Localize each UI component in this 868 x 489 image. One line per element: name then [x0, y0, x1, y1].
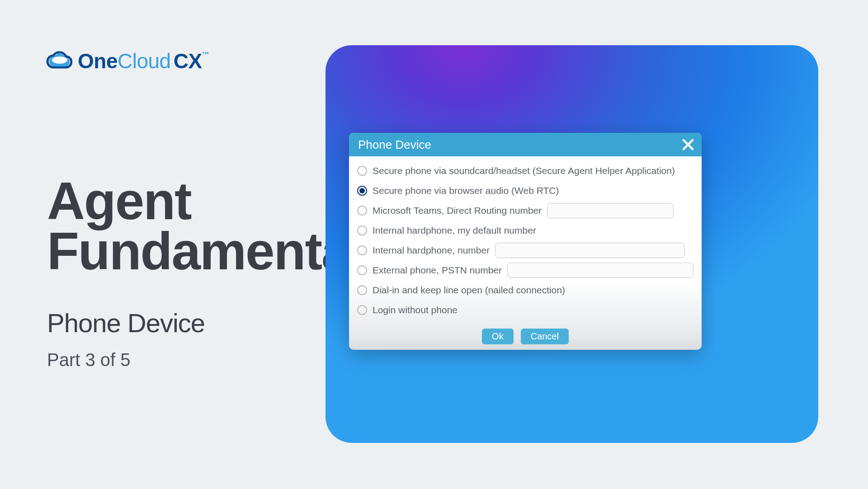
radio-button[interactable] — [357, 245, 367, 255]
radio-label: Internal hardphone, my default number — [373, 225, 536, 236]
radio-row: Microsoft Teams, Direct Routing number — [357, 201, 693, 221]
dialog-footer: Ok Cancel — [349, 323, 702, 350]
brand-logo: OneCloudCX™ — [45, 49, 209, 73]
radio-label: Internal hardphone, number — [373, 245, 490, 256]
radio-label: Login without phone — [373, 305, 458, 315]
radio-button[interactable] — [357, 226, 367, 235]
svg-point-0 — [52, 56, 67, 64]
cancel-button[interactable]: Cancel — [521, 329, 569, 344]
radio-button[interactable] — [357, 166, 367, 176]
radio-label: Secure phone via soundcard/headset (Secu… — [373, 165, 675, 176]
radio-row: External phone, PSTN number — [357, 260, 693, 280]
close-icon[interactable] — [681, 137, 695, 152]
radio-input[interactable] — [507, 263, 693, 278]
radio-label: Secure phone via browser audio (Web RTC) — [373, 185, 559, 196]
radio-button[interactable] — [357, 285, 367, 295]
radio-dot-icon — [359, 188, 365, 193]
radio-row: Internal hardphone, my default number — [357, 221, 693, 240]
radio-label: External phone, PSTN number — [373, 265, 502, 276]
radio-label: Microsoft Teams, Direct Routing number — [373, 205, 542, 216]
phone-device-dialog: Phone Device Secure phone via soundcard/… — [349, 133, 702, 350]
dialog-body: Secure phone via soundcard/headset (Secu… — [349, 156, 702, 323]
radio-row: Dial-in and keep line open (nailed conne… — [357, 280, 693, 300]
radio-button[interactable] — [357, 206, 367, 216]
radio-input[interactable] — [495, 243, 685, 258]
radio-input[interactable] — [547, 203, 674, 218]
radio-button[interactable] — [357, 186, 367, 196]
feature-card: Phone Device Secure phone via soundcard/… — [326, 45, 818, 443]
radio-row: Secure phone via browser audio (Web RTC) — [357, 181, 693, 201]
radio-row: Internal hardphone, number — [357, 240, 693, 260]
dialog-header: Phone Device — [349, 133, 702, 156]
cloud-icon — [45, 50, 72, 72]
radio-row: Login without phone — [357, 300, 693, 320]
ok-button[interactable]: Ok — [482, 329, 514, 344]
radio-button[interactable] — [357, 265, 367, 275]
radio-label: Dial-in and keep line open (nailed conne… — [373, 285, 565, 296]
dialog-title: Phone Device — [358, 138, 431, 152]
brand-text: OneCloudCX™ — [78, 49, 209, 73]
radio-row: Secure phone via soundcard/headset (Secu… — [357, 161, 693, 181]
radio-button[interactable] — [357, 305, 367, 315]
